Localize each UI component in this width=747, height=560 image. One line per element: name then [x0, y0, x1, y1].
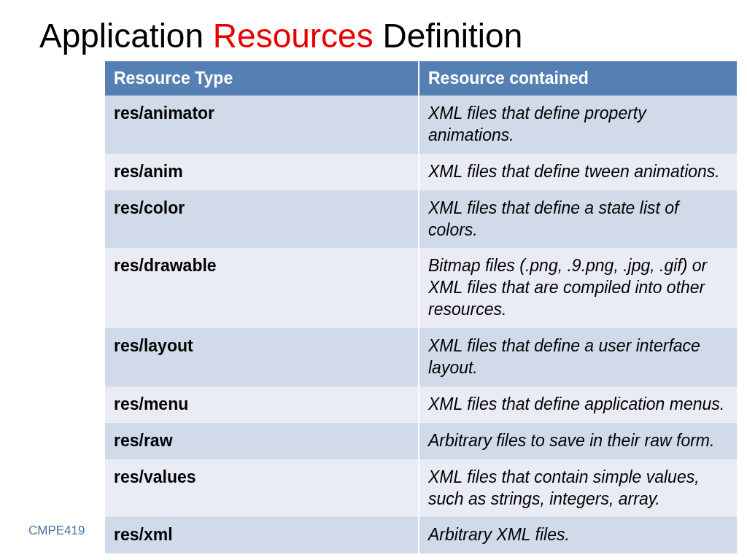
- cell-resource-contained: XML files that define a state list of co…: [419, 190, 737, 249]
- cell-resource-contained: Arbitrary files to save in their raw for…: [419, 423, 737, 459]
- resources-table: Resource Type Resource contained res/ani…: [105, 61, 737, 553]
- table-row: res/xmlArbitrary XML files.: [105, 517, 737, 553]
- table-row: res/drawableBitmap files (.png, .9.png, …: [105, 248, 737, 328]
- title-part2: Definition: [374, 17, 523, 55]
- cell-resource-type: res/animator: [105, 96, 419, 154]
- title-part1: Application: [39, 17, 213, 55]
- table-row: res/layoutXML files that define a user i…: [105, 328, 737, 386]
- slide-title: Application Resources Definition: [0, 0, 747, 55]
- table-row: res/colorXML files that define a state l…: [105, 190, 737, 249]
- header-resource-type: Resource Type: [105, 61, 419, 96]
- cell-resource-type: res/raw: [105, 423, 419, 459]
- cell-resource-contained: XML files that define application menus.: [419, 386, 737, 423]
- table-row: res/valuesXML files that contain simple …: [105, 459, 737, 518]
- table-row: res/animXML files that define tween anim…: [105, 154, 737, 190]
- table-row: res/menuXML files that define applicatio…: [105, 386, 737, 423]
- cell-resource-contained: XML files that contain simple values, su…: [419, 459, 737, 518]
- cell-resource-type: res/values: [105, 459, 419, 518]
- cell-resource-type: res/drawable: [105, 248, 419, 328]
- cell-resource-contained: XML files that define a user interface l…: [419, 328, 737, 386]
- cell-resource-contained: XML files that define property animation…: [419, 96, 737, 154]
- cell-resource-contained: Arbitrary XML files.: [419, 517, 737, 553]
- cell-resource-contained: XML files that define tween animations.: [419, 154, 737, 190]
- cell-resource-contained: Bitmap files (.png, .9.png, .jpg, .gif) …: [419, 248, 737, 328]
- cell-resource-type: res/color: [105, 190, 419, 249]
- course-code: CMPE419: [28, 524, 85, 538]
- table-row: res/animatorXML files that define proper…: [105, 96, 737, 154]
- cell-resource-type: res/menu: [105, 386, 419, 423]
- cell-resource-type: res/anim: [105, 154, 419, 190]
- title-highlight: Resources: [213, 17, 374, 55]
- table-row: res/rawArbitrary files to save in their …: [105, 423, 737, 459]
- cell-resource-type: res/xml: [105, 517, 419, 553]
- header-resource-contained: Resource contained: [419, 61, 737, 96]
- table-header-row: Resource Type Resource contained: [105, 61, 737, 96]
- cell-resource-type: res/layout: [105, 328, 419, 386]
